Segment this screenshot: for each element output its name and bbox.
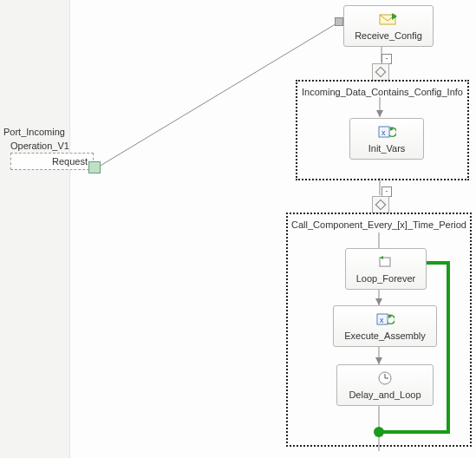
svg-text:x: x	[381, 128, 386, 137]
assembly-icon: x	[375, 311, 394, 327]
svg-text:x: x	[380, 316, 384, 324]
delay-and-loop-label: Delay_and_Loop	[349, 389, 421, 400]
group-incoming-title: Incoming_Data_Contains_Config_Info	[297, 87, 467, 97]
loop-icon	[376, 254, 395, 270]
loop-forever-shape[interactable]: Loop_Forever	[345, 248, 427, 290]
receive-config-label: Receive_Config	[355, 30, 422, 41]
loop-forever-label: Loop_Forever	[356, 273, 416, 284]
init-vars-label: Init_Vars	[368, 143, 406, 154]
svg-rect-18	[375, 200, 385, 209]
execute-assembly-label: Execute_Assembly	[344, 330, 426, 341]
port-incoming[interactable]: Port_Incoming Operation_V1 Request	[3, 127, 94, 170]
request-box[interactable]: Request	[10, 153, 94, 170]
svg-rect-19	[380, 258, 390, 266]
group-call-component-title: Call_Component_Every_[x]_Time_Period	[288, 219, 470, 230]
init-vars-shape[interactable]: x Init_Vars	[349, 118, 424, 160]
orchestration-canvas: Port_Incoming Operation_V1 Request Recei…	[0, 0, 476, 458]
port-connector-handle[interactable]	[88, 161, 101, 173]
decision-icon[interactable]	[372, 196, 389, 213]
envelope-in-icon	[379, 11, 398, 27]
request-label: Request	[52, 156, 88, 167]
receive-connector-dot[interactable]	[335, 17, 343, 26]
decision-icon[interactable]	[372, 63, 389, 81]
variables-icon: x	[377, 124, 396, 140]
svg-rect-14	[375, 67, 385, 76]
operation-title: Operation_V1	[10, 141, 94, 151]
clock-icon	[375, 370, 394, 386]
port-title: Port_Incoming	[3, 127, 94, 137]
receive-config-shape[interactable]: Receive_Config	[343, 5, 434, 47]
execute-assembly-shape[interactable]: x Execute_Assembly	[333, 305, 437, 347]
sidebar-strip	[0, 0, 70, 458]
delay-and-loop-shape[interactable]: Delay_and_Loop	[336, 364, 434, 406]
